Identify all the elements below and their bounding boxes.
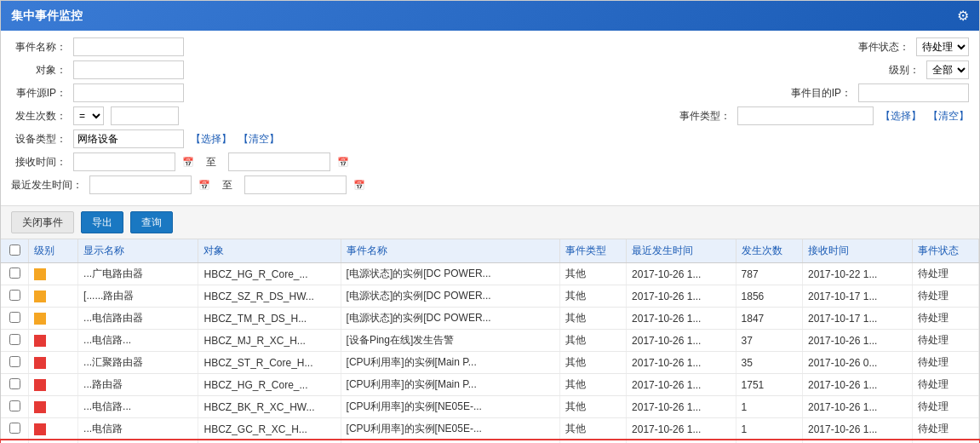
table-row: ...电信路... HBCZ_MJ_R_XC_H... [设备Ping在线]发生… xyxy=(1,330,979,352)
row-checkbox-cell xyxy=(1,418,29,440)
col-object: 对象 xyxy=(198,239,341,263)
row-checkbox-cell xyxy=(1,440,29,444)
row-recv-time: 2017-10-26 1... xyxy=(803,330,913,352)
row-level xyxy=(29,396,78,418)
row-checkbox[interactable] xyxy=(9,400,20,411)
export-button[interactable]: 导出 xyxy=(81,211,123,233)
recv-time-end-input[interactable] xyxy=(228,152,330,171)
row-level xyxy=(29,330,78,352)
row-event-name: [电源状态]的实例[DC POWER... xyxy=(341,308,559,330)
row-display-name: ...电信路... xyxy=(78,330,198,352)
gear-icon[interactable]: ⚙ xyxy=(957,8,969,24)
device-type-input[interactable] xyxy=(73,129,184,148)
event-status-select[interactable]: 待处理 已处理 全部 xyxy=(916,37,969,56)
row-event-name: [电源状态]的实例[DC POWER... xyxy=(341,263,559,285)
row-recv-time: 2017-10-26 1... xyxy=(803,418,913,440)
page-title: 集中事件监控 xyxy=(11,9,83,24)
last-occur-end-input[interactable] xyxy=(244,175,347,194)
form-row-3: 事件源IP： 事件目的IP： xyxy=(11,83,969,102)
occur-count-input[interactable] xyxy=(111,106,179,125)
row-event-type: 其他 xyxy=(559,374,626,396)
last-occur-start-input[interactable] xyxy=(89,175,192,194)
row-level xyxy=(29,418,78,440)
row-checkbox-cell xyxy=(1,374,29,396)
event-type-input[interactable] xyxy=(737,106,874,125)
dest-ip-input[interactable] xyxy=(858,83,969,102)
row-count: 787 xyxy=(736,263,802,285)
row-checkbox[interactable] xyxy=(9,423,20,434)
col-event-type: 事件类型 xyxy=(559,239,626,263)
row-event-name: [CPU利用率]的实例[Main P... xyxy=(341,352,559,374)
row-display-name: ...电信路... xyxy=(78,396,198,418)
event-name-input[interactable] xyxy=(73,37,184,56)
label-source-ip: 事件源IP： xyxy=(11,86,66,101)
calendar-icon-4[interactable]: 📅 xyxy=(353,180,365,191)
form-row-2: 对象： 级别： 全部 紧急 重要 次要 警告 xyxy=(11,60,969,79)
col-event-name: 事件名称 xyxy=(341,239,559,263)
row-checkbox[interactable] xyxy=(9,268,20,279)
row-checkbox[interactable] xyxy=(9,312,20,323)
row-status: 待处理 xyxy=(912,418,978,440)
row-checkbox-cell xyxy=(1,285,29,308)
label-device-type: 设备类型： xyxy=(11,132,66,147)
row-last-time: 2017-10-26 1... xyxy=(627,285,736,308)
row-display-name: ...路由器 xyxy=(78,374,198,396)
select-all-checkbox[interactable] xyxy=(9,245,20,256)
table-body: ...广电路由器 HBCZ_HG_R_Core_... [电源状态]的实例[DC… xyxy=(1,263,979,444)
row-recv-time: 2017-10-26 1... xyxy=(803,396,913,418)
table-row: ...广电路由器 HBCZ_HG_R_Core_... [电源状态]的实例[DC… xyxy=(1,263,979,285)
label-occur-count: 发生次数： xyxy=(11,109,66,124)
row-checkbox-cell xyxy=(1,352,29,374)
table-row: ...电信路... HBCZ_DY_R_XC_H... [CPU利用率]的实例[… xyxy=(1,440,979,444)
form-row-6: 接收时间： 📅 至 📅 xyxy=(11,152,969,171)
row-last-time: 2017-10-26 1... xyxy=(627,263,736,285)
operator-select[interactable]: = > < >= <= xyxy=(73,106,104,125)
level-select[interactable]: 全部 紧急 重要 次要 警告 xyxy=(926,60,969,79)
row-level xyxy=(29,285,78,308)
calendar-icon-2[interactable]: 📅 xyxy=(337,157,349,168)
row-recv-time: 2017-10-22 1... xyxy=(803,263,913,285)
row-checkbox[interactable] xyxy=(9,378,20,389)
col-display-name: 显示名称 xyxy=(78,239,198,263)
label-event-status: 事件状态： xyxy=(854,40,909,55)
row-object: HBCZ_MJ_R_XC_H... xyxy=(198,330,341,352)
level-badge-red xyxy=(34,401,46,413)
row-count: 1751 xyxy=(736,374,802,396)
close-event-button[interactable]: 关闭事件 xyxy=(11,211,74,233)
row-checkbox[interactable] xyxy=(9,356,20,367)
row-status: 待处理 xyxy=(912,285,978,308)
row-count: 37 xyxy=(736,330,802,352)
row-display-name: ...电信路... xyxy=(78,440,198,444)
device-type-clear-link[interactable]: 【清空】 xyxy=(238,132,279,147)
event-type-clear-link[interactable]: 【清空】 xyxy=(928,109,969,124)
event-type-select-link[interactable]: 【选择】 xyxy=(880,109,921,124)
table-header-row: 级别 显示名称 对象 事件名称 事件类型 最近发生时间 发生次数 接收时间 事件… xyxy=(1,239,979,263)
row-count: 1847 xyxy=(736,308,802,330)
table-row: ...电信路... HBCZ_BK_R_XC_HW... [CPU利用率]的实例… xyxy=(1,396,979,418)
row-status: 待处理 xyxy=(912,374,978,396)
event-table-area: 级别 显示名称 对象 事件名称 事件类型 最近发生时间 发生次数 接收时间 事件… xyxy=(1,239,979,443)
row-checkbox[interactable] xyxy=(9,334,20,345)
query-button[interactable]: 查询 xyxy=(130,211,173,233)
table-row: [......路由器 HBCZ_SZ_R_DS_HW... [电源状态]的实例[… xyxy=(1,285,979,308)
row-recv-time: 2017-10-26 1... xyxy=(803,440,913,444)
row-count: 1 xyxy=(736,396,802,418)
calendar-icon-1[interactable]: 📅 xyxy=(182,157,194,168)
row-event-name: [CPU利用率]的实例[NE05E-... xyxy=(341,440,559,444)
row-event-type: 其他 xyxy=(559,440,626,444)
row-recv-time: 2017-10-26 1... xyxy=(803,374,913,396)
row-checkbox[interactable] xyxy=(9,290,20,301)
row-event-type: 其他 xyxy=(559,330,626,352)
calendar-icon-3[interactable]: 📅 xyxy=(198,180,210,191)
row-recv-time: 2017-10-17 1... xyxy=(803,285,913,308)
col-status: 事件状态 xyxy=(912,239,978,263)
source-ip-input[interactable] xyxy=(73,83,184,102)
label-recv-time: 接收时间： xyxy=(11,155,66,170)
device-type-select-link[interactable]: 【选择】 xyxy=(191,132,232,147)
recv-time-start-input[interactable] xyxy=(73,152,175,171)
row-event-name: [电源状态]的实例[DC POWER... xyxy=(341,285,559,308)
row-last-time: 2017-10-26 1... xyxy=(627,374,736,396)
row-object: HBCZ_ST_R_Core_H... xyxy=(198,352,341,374)
level-badge-yellow xyxy=(34,268,46,280)
object-input[interactable] xyxy=(73,60,184,79)
